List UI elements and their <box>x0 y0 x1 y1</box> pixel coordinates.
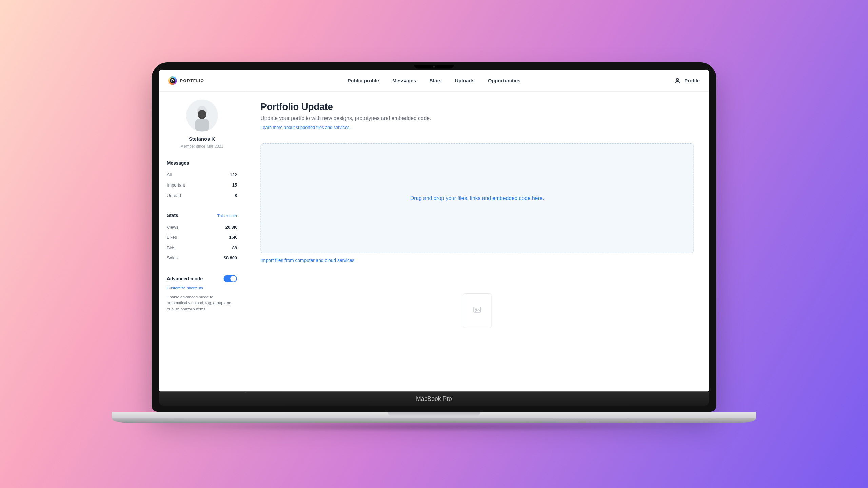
advanced-toggle[interactable] <box>224 275 237 282</box>
laptop-base <box>112 412 756 426</box>
stats-row-likes: Likes 16K <box>167 232 237 242</box>
stats-row-views: Views 20.8K <box>167 222 237 232</box>
nav-links: Public profile Messages Stats Uploads Op… <box>348 78 521 83</box>
dropzone[interactable]: Drag and drop your files, links and embe… <box>260 143 694 253</box>
messages-label: All <box>167 172 172 177</box>
brand-logo-letter: P <box>171 78 174 83</box>
messages-label: Unread <box>167 193 181 198</box>
device-label: MacBook Pro <box>416 395 452 402</box>
stats-label: Bids <box>167 245 175 250</box>
nav-messages[interactable]: Messages <box>392 78 416 83</box>
messages-title: Messages <box>167 160 189 166</box>
app-screen: P PORTFLIO Public profile Messages Stats… <box>159 70 709 392</box>
messages-value: 8 <box>235 193 237 198</box>
stats-value: 88 <box>232 245 237 250</box>
nav-profile-label: Profile <box>684 78 700 83</box>
brand-name: PORTFLIO <box>180 78 204 83</box>
import-link[interactable]: Import files from computer and cloud ser… <box>260 258 354 263</box>
stats-value: 16K <box>229 235 237 240</box>
nav-public-profile[interactable]: Public profile <box>348 78 379 83</box>
image-icon <box>473 305 482 316</box>
stats-label: Likes <box>167 235 177 240</box>
nav-profile[interactable]: Profile <box>674 77 700 84</box>
nav-uploads[interactable]: Uploads <box>455 78 475 83</box>
stats-label: Sales <box>167 255 178 260</box>
messages-row-all[interactable]: All 122 <box>167 170 237 180</box>
screen-bezel: P PORTFLIO Public profile Messages Stats… <box>152 62 716 412</box>
stats-period-link[interactable]: This month <box>217 213 237 218</box>
dropzone-text: Drag and drop your files, links and embe… <box>410 195 544 201</box>
advanced-title: Advanced mode <box>167 276 203 281</box>
brand-logo-icon: P <box>168 76 177 85</box>
page-subtitle: Update your portfolio with new designs, … <box>260 116 694 122</box>
app-body: Stefanos K Member since Mar 2021 Message… <box>159 92 709 392</box>
sidebar: Stefanos K Member since Mar 2021 Message… <box>159 92 245 392</box>
svg-rect-5 <box>474 307 481 312</box>
avatar[interactable] <box>186 100 218 132</box>
customize-shortcuts-link[interactable]: Customize shortcuts <box>167 286 203 290</box>
advanced-description: Enable advanced mode to automatically up… <box>167 294 237 312</box>
stats-value: $8.800 <box>224 255 237 260</box>
camera-dot <box>433 66 435 68</box>
nav-stats[interactable]: Stats <box>430 78 442 83</box>
user-name: Stefanos K <box>189 136 215 142</box>
learn-more-link[interactable]: Learn more about supported files and ser… <box>260 125 351 130</box>
stats-row-bids: Bids 88 <box>167 242 237 253</box>
page-title: Portfolio Update <box>260 102 694 112</box>
upload-placeholder-tile[interactable] <box>463 293 491 328</box>
stats-section: Stats This month Views 20.8K Likes 16K <box>167 213 237 263</box>
messages-label: Important <box>167 183 185 188</box>
svg-rect-4 <box>195 119 209 132</box>
svg-point-6 <box>475 309 476 310</box>
messages-value: 122 <box>230 172 237 177</box>
laptop-chin: MacBook Pro <box>159 391 709 406</box>
messages-section: Messages All 122 Important 15 Unread 8 <box>167 160 237 201</box>
brand[interactable]: P PORTFLIO <box>168 76 204 85</box>
laptop-mockup: P PORTFLIO Public profile Messages Stats… <box>152 62 716 426</box>
svg-point-0 <box>676 78 679 81</box>
nav-opportunities[interactable]: Opportunities <box>488 78 520 83</box>
stats-value: 20.8K <box>225 225 237 230</box>
main-content: Portfolio Update Update your portfolio w… <box>245 92 709 392</box>
messages-value: 15 <box>232 183 237 188</box>
stats-row-sales: Sales $8.800 <box>167 253 237 263</box>
stats-title: Stats <box>167 213 178 218</box>
stats-label: Views <box>167 225 178 230</box>
user-icon <box>674 77 681 84</box>
top-nav: P PORTFLIO Public profile Messages Stats… <box>159 70 709 92</box>
member-since: Member since Mar 2021 <box>180 144 223 149</box>
messages-row-important[interactable]: Important 15 <box>167 180 237 190</box>
advanced-section: Advanced mode Customize shortcuts Enable… <box>167 275 237 312</box>
messages-row-unread[interactable]: Unread 8 <box>167 190 237 200</box>
profile-block: Stefanos K Member since Mar 2021 <box>167 100 237 149</box>
